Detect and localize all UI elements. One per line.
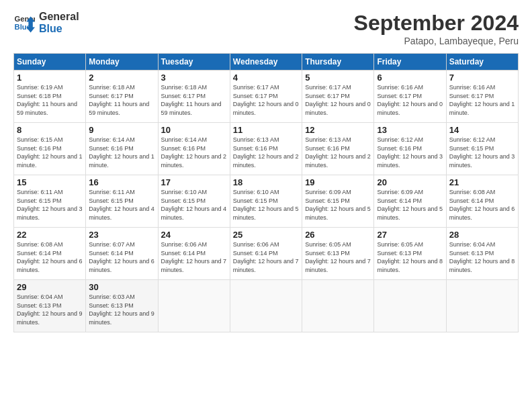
calendar-week-2: 8Sunrise: 6:15 AMSunset: 6:16 PMDaylight… bbox=[14, 123, 519, 175]
calendar-cell: 29Sunrise: 6:04 AMSunset: 6:13 PMDayligh… bbox=[14, 280, 86, 332]
location-subtitle: Patapo, Lambayeque, Peru bbox=[354, 36, 519, 46]
calendar-cell: 12Sunrise: 6:13 AMSunset: 6:16 PMDayligh… bbox=[302, 123, 374, 175]
day-info: Sunrise: 6:19 AMSunset: 6:18 PMDaylight:… bbox=[17, 83, 83, 117]
calendar-cell bbox=[446, 280, 518, 332]
day-info: Sunrise: 6:18 AMSunset: 6:17 PMDaylight:… bbox=[161, 83, 227, 117]
calendar-cell: 26Sunrise: 6:05 AMSunset: 6:13 PMDayligh… bbox=[302, 228, 374, 280]
calendar-cell: 5Sunrise: 6:17 AMSunset: 6:17 PMDaylight… bbox=[302, 71, 374, 123]
day-number: 2 bbox=[89, 73, 154, 83]
day-number: 8 bbox=[17, 125, 83, 135]
calendar-cell: 27Sunrise: 6:05 AMSunset: 6:13 PMDayligh… bbox=[374, 228, 446, 280]
calendar-cell: 3Sunrise: 6:18 AMSunset: 6:17 PMDaylight… bbox=[158, 71, 230, 123]
calendar-cell: 1Sunrise: 6:19 AMSunset: 6:18 PMDaylight… bbox=[14, 71, 86, 123]
calendar-cell: 24Sunrise: 6:06 AMSunset: 6:14 PMDayligh… bbox=[158, 228, 230, 280]
day-number: 17 bbox=[161, 177, 227, 187]
day-number: 12 bbox=[305, 125, 371, 135]
day-number: 30 bbox=[89, 282, 154, 292]
calendar-cell: 14Sunrise: 6:12 AMSunset: 6:15 PMDayligh… bbox=[446, 123, 518, 175]
calendar-week-1: 1Sunrise: 6:19 AMSunset: 6:18 PMDaylight… bbox=[14, 71, 519, 123]
calendar-cell: 18Sunrise: 6:10 AMSunset: 6:15 PMDayligh… bbox=[230, 175, 302, 228]
day-info: Sunrise: 6:07 AMSunset: 6:14 PMDaylight:… bbox=[89, 240, 154, 274]
day-info: Sunrise: 6:04 AMSunset: 6:13 PMDaylight:… bbox=[17, 293, 83, 326]
day-number: 20 bbox=[377, 177, 443, 187]
logo: General Blue General Blue bbox=[13, 11, 79, 34]
day-number: 9 bbox=[89, 125, 154, 135]
day-number: 11 bbox=[233, 125, 299, 135]
day-number: 22 bbox=[17, 230, 83, 240]
calendar-cell: 22Sunrise: 6:08 AMSunset: 6:14 PMDayligh… bbox=[14, 228, 86, 280]
calendar-cell: 20Sunrise: 6:09 AMSunset: 6:14 PMDayligh… bbox=[374, 175, 446, 228]
calendar-cell bbox=[302, 280, 374, 332]
calendar-cell: 10Sunrise: 6:14 AMSunset: 6:16 PMDayligh… bbox=[158, 123, 230, 175]
day-number: 16 bbox=[89, 177, 154, 187]
calendar-cell: 21Sunrise: 6:08 AMSunset: 6:14 PMDayligh… bbox=[446, 175, 518, 228]
day-info: Sunrise: 6:10 AMSunset: 6:15 PMDaylight:… bbox=[161, 188, 227, 222]
calendar-table: SundayMondayTuesdayWednesdayThursdayFrid… bbox=[13, 53, 519, 332]
day-number: 29 bbox=[17, 282, 83, 292]
day-number: 19 bbox=[305, 177, 371, 187]
logo-blue: Blue bbox=[39, 23, 79, 35]
day-info: Sunrise: 6:16 AMSunset: 6:17 PMDaylight:… bbox=[449, 83, 515, 117]
day-number: 26 bbox=[305, 230, 371, 240]
month-title: September 2024 bbox=[354, 11, 519, 36]
day-number: 28 bbox=[449, 230, 515, 240]
day-info: Sunrise: 6:08 AMSunset: 6:14 PMDaylight:… bbox=[17, 240, 83, 274]
day-info: Sunrise: 6:06 AMSunset: 6:14 PMDaylight:… bbox=[233, 240, 299, 274]
day-number: 6 bbox=[377, 73, 443, 83]
calendar-cell: 17Sunrise: 6:10 AMSunset: 6:15 PMDayligh… bbox=[158, 175, 230, 228]
day-info: Sunrise: 6:06 AMSunset: 6:14 PMDaylight:… bbox=[161, 240, 227, 274]
day-info: Sunrise: 6:05 AMSunset: 6:13 PMDaylight:… bbox=[305, 240, 371, 274]
col-header-monday: Monday bbox=[86, 54, 158, 71]
calendar-week-5: 29Sunrise: 6:04 AMSunset: 6:13 PMDayligh… bbox=[14, 280, 519, 332]
col-header-sunday: Sunday bbox=[14, 54, 86, 71]
col-header-saturday: Saturday bbox=[446, 54, 518, 71]
day-info: Sunrise: 6:08 AMSunset: 6:14 PMDaylight:… bbox=[449, 188, 515, 222]
logo-icon: General Blue bbox=[13, 12, 35, 34]
calendar-cell: 13Sunrise: 6:12 AMSunset: 6:16 PMDayligh… bbox=[374, 123, 446, 175]
day-info: Sunrise: 6:13 AMSunset: 6:16 PMDaylight:… bbox=[305, 136, 371, 169]
day-number: 1 bbox=[17, 73, 83, 83]
calendar-cell: 15Sunrise: 6:11 AMSunset: 6:15 PMDayligh… bbox=[14, 175, 86, 228]
day-number: 3 bbox=[161, 73, 227, 83]
calendar-cell bbox=[374, 280, 446, 332]
calendar-cell bbox=[230, 280, 302, 332]
calendar-cell: 30Sunrise: 6:03 AMSunset: 6:13 PMDayligh… bbox=[86, 280, 158, 332]
day-info: Sunrise: 6:13 AMSunset: 6:16 PMDaylight:… bbox=[233, 136, 299, 169]
calendar-cell: 23Sunrise: 6:07 AMSunset: 6:14 PMDayligh… bbox=[86, 228, 158, 280]
day-number: 4 bbox=[233, 73, 299, 83]
day-number: 24 bbox=[161, 230, 227, 240]
day-info: Sunrise: 6:12 AMSunset: 6:16 PMDaylight:… bbox=[377, 136, 443, 169]
calendar-cell: 7Sunrise: 6:16 AMSunset: 6:17 PMDaylight… bbox=[446, 71, 518, 123]
title-block: September 2024 Patapo, Lambayeque, Peru bbox=[354, 11, 519, 46]
calendar-cell: 6Sunrise: 6:16 AMSunset: 6:17 PMDaylight… bbox=[374, 71, 446, 123]
day-info: Sunrise: 6:11 AMSunset: 6:15 PMDaylight:… bbox=[89, 188, 154, 222]
calendar-header-row: SundayMondayTuesdayWednesdayThursdayFrid… bbox=[14, 54, 519, 71]
day-info: Sunrise: 6:04 AMSunset: 6:13 PMDaylight:… bbox=[449, 240, 515, 274]
page: General Blue General Blue September 2024… bbox=[0, 0, 532, 411]
day-info: Sunrise: 6:18 AMSunset: 6:17 PMDaylight:… bbox=[89, 83, 154, 117]
calendar-cell: 8Sunrise: 6:15 AMSunset: 6:16 PMDaylight… bbox=[14, 123, 86, 175]
calendar-cell: 16Sunrise: 6:11 AMSunset: 6:15 PMDayligh… bbox=[86, 175, 158, 228]
day-info: Sunrise: 6:15 AMSunset: 6:16 PMDaylight:… bbox=[17, 136, 83, 169]
day-number: 5 bbox=[305, 73, 371, 83]
day-info: Sunrise: 6:12 AMSunset: 6:15 PMDaylight:… bbox=[449, 136, 515, 169]
col-header-thursday: Thursday bbox=[302, 54, 374, 71]
day-info: Sunrise: 6:14 AMSunset: 6:16 PMDaylight:… bbox=[89, 136, 154, 169]
col-header-wednesday: Wednesday bbox=[230, 54, 302, 71]
day-info: Sunrise: 6:09 AMSunset: 6:14 PMDaylight:… bbox=[377, 188, 443, 222]
calendar-cell: 9Sunrise: 6:14 AMSunset: 6:16 PMDaylight… bbox=[86, 123, 158, 175]
col-header-tuesday: Tuesday bbox=[158, 54, 230, 71]
calendar-cell: 19Sunrise: 6:09 AMSunset: 6:15 PMDayligh… bbox=[302, 175, 374, 228]
day-info: Sunrise: 6:09 AMSunset: 6:15 PMDaylight:… bbox=[305, 188, 371, 222]
day-info: Sunrise: 6:17 AMSunset: 6:17 PMDaylight:… bbox=[233, 83, 299, 117]
day-info: Sunrise: 6:10 AMSunset: 6:15 PMDaylight:… bbox=[233, 188, 299, 222]
day-info: Sunrise: 6:16 AMSunset: 6:17 PMDaylight:… bbox=[377, 83, 443, 117]
day-number: 23 bbox=[89, 230, 154, 240]
day-info: Sunrise: 6:17 AMSunset: 6:17 PMDaylight:… bbox=[305, 83, 371, 117]
calendar-cell: 25Sunrise: 6:06 AMSunset: 6:14 PMDayligh… bbox=[230, 228, 302, 280]
day-number: 25 bbox=[233, 230, 299, 240]
day-info: Sunrise: 6:03 AMSunset: 6:13 PMDaylight:… bbox=[89, 293, 154, 326]
calendar-week-4: 22Sunrise: 6:08 AMSunset: 6:14 PMDayligh… bbox=[14, 228, 519, 280]
day-number: 18 bbox=[233, 177, 299, 187]
calendar-cell bbox=[158, 280, 230, 332]
